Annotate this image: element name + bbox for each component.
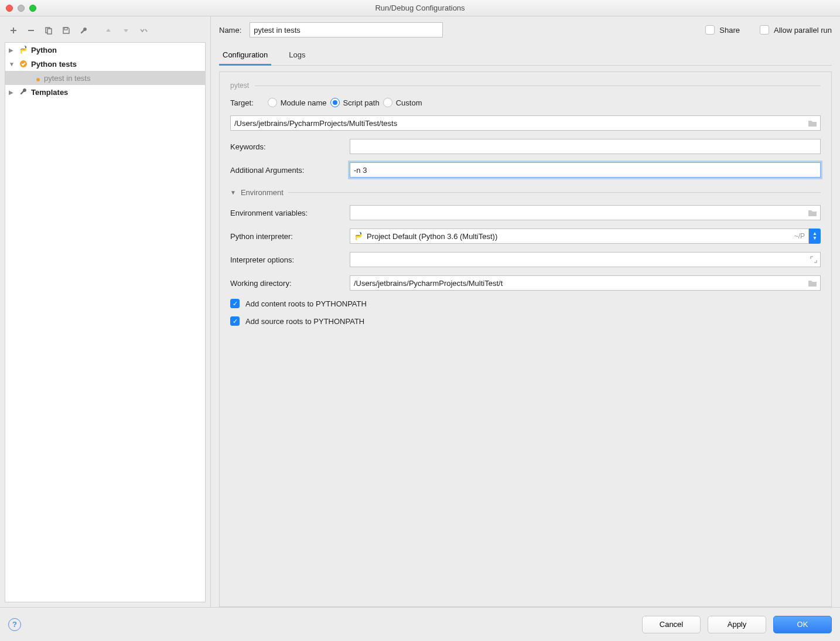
add-content-roots-checkbox[interactable]: ✓ [230,299,240,308]
ok-button[interactable]: OK [773,616,832,633]
add-config-button[interactable] [6,23,21,37]
script-path-input[interactable] [230,115,821,131]
help-button[interactable]: ? [8,618,21,631]
target-radio-custom[interactable]: Custom [383,98,422,107]
tree-node-python[interactable]: ▶ Python [5,43,205,57]
keywords-input[interactable] [350,139,821,154]
interpreter-label: Python interpreter: [230,232,342,241]
target-radio-module[interactable]: Module name [268,98,327,107]
workdir-label: Working directory: [230,279,342,288]
env-vars-input[interactable] [350,205,821,220]
radio-label-text: Custom [396,98,422,107]
select-arrows-icon[interactable]: ▲▼ [809,229,821,244]
radio-label-text: Module name [281,98,327,107]
svg-rect-2 [64,28,67,30]
keywords-label: Keywords: [230,142,342,151]
left-panel: ▶ Python ▼ Python tests [0,16,211,607]
tree-label: pytest in tests [44,74,90,83]
share-checkbox[interactable] [705,25,715,35]
folder-icon[interactable] [808,119,817,127]
interpreter-path-suffix: ~/P [794,232,805,240]
wrench-icon [18,87,29,97]
apply-button[interactable]: Apply [708,616,766,633]
allow-parallel-label: Allow parallel run [774,26,832,35]
more-actions-button[interactable] [136,23,151,37]
move-up-button[interactable] [101,23,116,37]
chevron-down-icon: ▼ [230,189,236,196]
target-label: Target: [230,98,254,107]
share-label: Share [719,26,740,35]
additional-arguments-input[interactable] [350,162,821,178]
group-label-text: pytest [230,81,249,90]
svg-point-5 [36,78,40,81]
tree-label: Python [31,46,57,54]
form-area: pytest Target: Module name Script path [219,71,832,607]
chevron-down-icon: ▼ [9,61,16,67]
interpreter-select[interactable]: Project Default (Python 3.6 (MultiTest))… [350,229,809,244]
name-label: Name: [219,26,241,35]
folder-icon[interactable] [808,279,817,287]
radio-label-text: Script path [343,98,380,107]
python-tests-icon [18,59,29,69]
tree-label: Python tests [31,60,77,69]
chevron-right-icon: ▶ [9,47,16,53]
right-panel: Name: Share Allow parallel run Configura… [211,16,840,607]
svg-rect-1 [47,29,52,34]
environment-section-label: Environment [241,188,284,197]
window-title: Run/Debug Configurations [0,4,840,12]
args-label: Additional Arguments: [230,166,342,175]
config-toolbar [0,21,210,42]
copy-config-button[interactable] [41,23,56,37]
env-vars-label: Environment variables: [230,209,342,217]
edit-defaults-button[interactable] [76,23,91,37]
environment-section-header[interactable]: ▼ Environment [230,188,821,197]
dialog-footer: ? Cancel Apply OK [0,607,840,641]
add-source-roots-label: Add source roots to PYTHONPATH [245,317,364,326]
save-config-button[interactable] [59,23,74,37]
cancel-button[interactable]: Cancel [642,616,701,633]
group-pytest: pytest [230,81,821,90]
python-icon [18,45,29,54]
titlebar: Run/Debug Configurations [0,0,840,16]
allow-parallel-checkbox[interactable] [760,25,769,35]
chevron-right-icon: ▶ [9,89,16,96]
interpreter-value: Project Default (Python 3.6 (MultiTest)) [367,232,791,241]
add-content-roots-label: Add content roots to PYTHONPATH [245,299,367,308]
python-icon [354,231,363,241]
move-down-button[interactable] [118,23,134,37]
add-source-roots-checkbox[interactable]: ✓ [230,316,240,326]
tree-label: Templates [31,88,68,97]
tree-node-templates[interactable]: ▶ Templates [5,85,205,99]
interp-opts-label: Interpreter options: [230,255,342,264]
tab-logs[interactable]: Logs [286,46,308,65]
remove-config-button[interactable] [23,23,39,37]
tree-node-pytest-in-tests[interactable]: pytest in tests [5,71,205,85]
expand-icon[interactable] [810,256,817,263]
list-icon[interactable] [808,209,817,217]
interp-opts-input[interactable] [350,252,821,267]
tabs: Configuration Logs [219,46,832,66]
workdir-input[interactable] [350,275,821,291]
name-input[interactable] [250,22,443,37]
target-radio-script[interactable]: Script path [330,98,380,107]
pytest-icon [31,73,42,83]
config-tree[interactable]: ▶ Python ▼ Python tests [5,42,206,602]
tab-configuration[interactable]: Configuration [220,46,270,65]
tree-node-python-tests[interactable]: ▼ Python tests [5,57,205,71]
